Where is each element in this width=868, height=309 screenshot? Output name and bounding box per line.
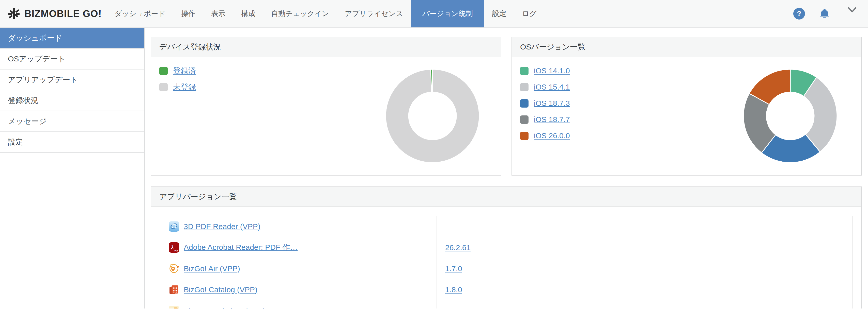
sidebar-item-0[interactable]: ダッシュボード — [0, 28, 144, 49]
legend-label-link[interactable]: iOS 18.7.3 — [534, 99, 570, 108]
panel-os-versions: OSバージョン一覧 iOS 14.1.0iOS 15.4.1iOS 18.7.3… — [512, 37, 862, 176]
app-table-row: BizGo! WorkTime (VPP) — [160, 300, 852, 308]
nav-item-5[interactable]: アプリライセンス — [337, 0, 411, 27]
legend-color-swatch — [520, 83, 529, 91]
sidebar-item-3[interactable]: 登録状況 — [0, 90, 144, 111]
app-name-link[interactable]: 3D PDF Reader (VPP) — [184, 222, 260, 231]
app-version-cell: 1.7.0 — [437, 258, 852, 279]
help-icon[interactable]: ? — [793, 8, 805, 20]
top-nav-items: ダッシュボード操作表示構成自動チェックインアプリライセンスバージョン統制設定ログ — [107, 0, 545, 27]
nav-item-8[interactable]: ログ — [514, 0, 545, 27]
app-name-cell: BizGo! Air (VPP) — [160, 258, 437, 279]
app-table-row: 3D PDF Reader (VPP) — [160, 216, 852, 237]
app-name-link[interactable]: BizGo! Air (VPP) — [184, 264, 240, 273]
legend-label-link[interactable]: iOS 15.4.1 — [534, 83, 570, 91]
page-shell: ダッシュボードOSアップデートアプリアップデート登録状況メッセージ設定 デバイス… — [0, 28, 868, 308]
legend-color-swatch — [520, 132, 529, 140]
bizgo-worktime-app-icon — [169, 306, 179, 308]
brand-logo: BIZMOBILE GO! — [0, 0, 107, 27]
app-version-cell: 1.8.0 — [437, 279, 852, 300]
os-versions-donut-chart[interactable] — [743, 68, 838, 163]
app-name-link[interactable]: BizGo! Catalog (VPP) — [184, 285, 257, 294]
sidebar-item-4[interactable]: メッセージ — [0, 111, 144, 132]
bizmobile-asterisk-icon — [8, 7, 20, 20]
app-version-link[interactable]: 26.2.61 — [445, 243, 471, 252]
legend-item: iOS 26.0.0 — [520, 131, 570, 140]
sidebar-item-5[interactable]: 設定 — [0, 132, 144, 153]
panel-app-versions: アプリバージョン一覧 3D PDF Reader (VPP)λPDFAdobe … — [151, 186, 862, 308]
main-content: デバイス登録状況 登録済未登録 OSバージョン一覧 iOS 14.1.0iOS … — [145, 28, 868, 308]
top-nav-right: ? — [793, 0, 868, 27]
chevron-down-icon[interactable] — [847, 6, 857, 14]
app-name-link[interactable]: BizGo! WorkTime (VPP) — [184, 307, 266, 309]
os-versions-legend: iOS 14.1.0iOS 15.4.1iOS 18.7.3iOS 18.7.7… — [520, 66, 570, 148]
app-name-cell: λPDFAdobe Acrobat Reader: PDF 作… — [160, 237, 437, 258]
panel-os-versions-body: iOS 14.1.0iOS 15.4.1iOS 18.7.3iOS 18.7.7… — [512, 57, 861, 175]
sidebar-item-2[interactable]: アプリアップデート — [0, 70, 144, 90]
nav-item-3[interactable]: 構成 — [233, 0, 263, 27]
legend-color-swatch — [159, 67, 168, 75]
app-table-row: λPDFAdobe Acrobat Reader: PDF 作…26.2.61 — [160, 237, 852, 258]
sidebar-item-1[interactable]: OSアップデート — [0, 49, 144, 70]
app-version-link[interactable]: 1.8.0 — [445, 285, 462, 294]
legend-color-swatch — [520, 67, 529, 75]
legend-label-link[interactable]: iOS 18.7.7 — [534, 115, 570, 124]
app-name-cell: 3D PDF Reader (VPP) — [160, 216, 437, 237]
acrobat-app-icon: λPDF — [169, 242, 179, 253]
nav-item-2[interactable]: 表示 — [203, 0, 233, 27]
nav-item-6[interactable]: バージョン統制 — [411, 0, 484, 27]
legend-item: iOS 15.4.1 — [520, 83, 570, 91]
legend-item: 未登録 — [159, 83, 196, 91]
top-navigation-bar: BIZMOBILE GO! ダッシュボード操作表示構成自動チェックインアプリライ… — [0, 0, 868, 28]
app-version-cell — [437, 216, 852, 237]
3d-pdf-reader-app-icon — [169, 221, 179, 232]
legend-item: iOS 18.7.3 — [520, 99, 570, 108]
app-name-cell: BizGo! WorkTime (VPP) — [160, 300, 437, 308]
legend-item: 登録済 — [159, 66, 196, 75]
nav-item-0[interactable]: ダッシュボード — [107, 0, 173, 27]
legend-color-swatch — [520, 115, 529, 124]
app-versions-table: 3D PDF Reader (VPP)λPDFAdobe Acrobat Rea… — [160, 216, 853, 308]
legend-label-link[interactable]: iOS 26.0.0 — [534, 131, 570, 140]
brand-name: BIZMOBILE GO! — [24, 8, 102, 19]
panel-app-versions-title: アプリバージョン一覧 — [151, 187, 861, 207]
bizgo-air-app-icon — [169, 263, 179, 274]
app-version-cell — [437, 300, 852, 308]
nav-item-7[interactable]: 設定 — [484, 0, 514, 27]
nav-item-1[interactable]: 操作 — [173, 0, 203, 27]
app-table-row: BizGo! Air (VPP)1.7.0 — [160, 258, 852, 279]
svg-text:λ: λ — [171, 244, 174, 251]
dashboard-top-row: デバイス登録状況 登録済未登録 OSバージョン一覧 iOS 14.1.0iOS … — [151, 37, 862, 176]
legend-item: iOS 18.7.7 — [520, 115, 570, 124]
notification-bell-icon[interactable] — [819, 7, 830, 20]
svg-text:PDF: PDF — [175, 250, 179, 252]
panel-device-registration-title: デバイス登録状況 — [151, 37, 501, 57]
legend-color-swatch — [520, 99, 529, 108]
app-table-row: BizGo! Catalog (VPP)1.8.0 — [160, 279, 852, 300]
device-registration-legend: 登録済未登録 — [159, 66, 196, 99]
panel-device-registration: デバイス登録状況 登録済未登録 — [151, 37, 501, 176]
legend-label-link[interactable]: 登録済 — [173, 66, 196, 76]
panel-os-versions-title: OSバージョン一覧 — [512, 37, 861, 57]
legend-color-swatch — [159, 83, 168, 91]
app-name-cell: BizGo! Catalog (VPP) — [160, 279, 437, 300]
device-registration-donut-chart[interactable] — [385, 68, 480, 163]
legend-label-link[interactable]: 未登録 — [173, 82, 196, 92]
app-version-cell: 26.2.61 — [437, 237, 852, 258]
nav-item-4[interactable]: 自動チェックイン — [263, 0, 337, 27]
legend-item: iOS 14.1.0 — [520, 66, 570, 75]
legend-label-link[interactable]: iOS 14.1.0 — [534, 66, 570, 75]
app-name-link[interactable]: Adobe Acrobat Reader: PDF 作… — [184, 242, 298, 253]
bizgo-catalog-app-icon — [169, 284, 179, 295]
panel-device-registration-body: 登録済未登録 — [151, 57, 501, 175]
app-version-link[interactable]: 1.7.0 — [445, 264, 462, 273]
sidebar: ダッシュボードOSアップデートアプリアップデート登録状況メッセージ設定 — [0, 28, 145, 308]
